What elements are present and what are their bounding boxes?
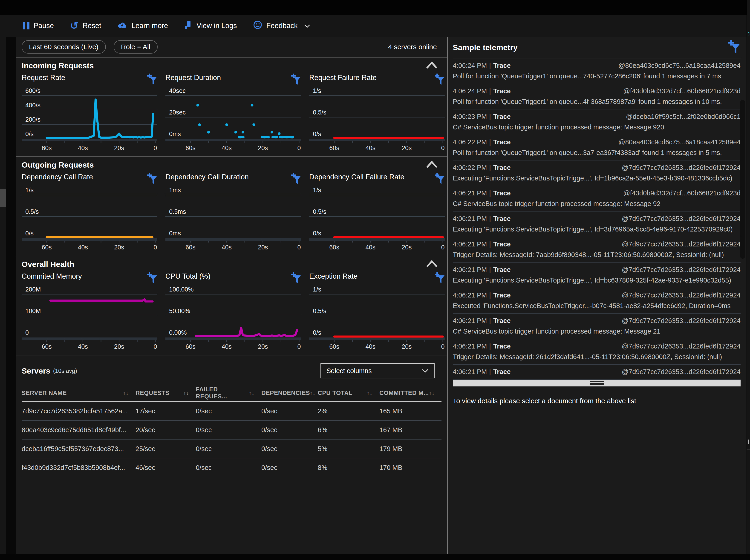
collapse-chevron-icon[interactable] — [426, 61, 441, 70]
view-in-logs-button[interactable]: View in Logs — [184, 20, 237, 31]
chart-title-row: Commited Memory — [22, 271, 157, 284]
telemetry-entry[interactable]: 4:06:24 PM|Trace @80ea403c9cd6c75...6a18… — [453, 58, 741, 84]
telemetry-splitter[interactable] — [453, 380, 741, 387]
telemetry-entry[interactable]: 4:06:24 PM|Trace @f43d0b9d332d7cf...60b6… — [453, 84, 741, 109]
filter-icon[interactable] — [434, 74, 445, 86]
filter-icon[interactable] — [291, 173, 301, 185]
collapse-chevron-icon[interactable] — [426, 260, 441, 268]
telemetry-time: 4:06:21 PM — [453, 189, 487, 197]
telemetry-entry[interactable]: 4:06:21 PM|Trace @7d9c77cc7d26353...d226… — [453, 365, 741, 379]
table-column-header[interactable]: FAILED REQUES...↑↓ — [196, 386, 261, 400]
svg-text:0.5/s: 0.5/s — [313, 308, 327, 314]
svg-text:1/s: 1/s — [313, 187, 321, 193]
telemetry-separator: | — [489, 87, 491, 95]
telemetry-time: 4:06:21 PM — [453, 368, 487, 375]
role-filter-pill[interactable]: Role = All — [114, 40, 158, 54]
telemetry-entry[interactable]: 4:06:21 PM|Trace @f43d0b9d332d7cf...60b6… — [453, 186, 741, 211]
svg-text:0: 0 — [441, 244, 445, 251]
sort-arrows-icon[interactable]: ↑↓ — [123, 390, 129, 396]
table-column-header[interactable]: REQUESTS↑↓ — [136, 390, 196, 397]
chart-title-row: Dependency Call Rate — [22, 171, 157, 185]
telemetry-entry[interactable]: 4:06:21 PM|Trace @7d9c77cc7d26353...d226… — [453, 211, 741, 237]
telemetry-type: Trace — [493, 291, 511, 299]
telemetry-entry[interactable]: 4:06:21 PM|Trace @7d9c77cc7d26353...d226… — [453, 237, 741, 263]
table-row[interactable]: f43d0b9d332d7cf5b83b5908b4ef...46/sec0/s… — [22, 458, 441, 477]
filter-icon[interactable] — [291, 272, 301, 285]
telemetry-meta-left: 4:06:24 PM|Trace — [453, 62, 511, 69]
svg-text:20s: 20s — [114, 244, 124, 251]
telemetry-scrollbar[interactable] — [740, 100, 745, 258]
telemetry-entry[interactable]: 4:06:21 PM|Trace @7d9c77cc7d26353...d226… — [453, 263, 741, 288]
page-left-scrollbar[interactable] — [0, 37, 6, 554]
scrollbar-thumb[interactable] — [0, 189, 6, 207]
telemetry-entry[interactable]: 4:06:21 PM|Trace @7d9c77cc7d26353...d226… — [453, 339, 741, 365]
sort-arrows-icon[interactable]: ↑↓ — [249, 390, 254, 396]
telemetry-time: 4:06:21 PM — [453, 266, 487, 273]
telemetry-time: 4:06:21 PM — [453, 291, 487, 299]
svg-text:0.5/s: 0.5/s — [25, 208, 39, 215]
table-column-header[interactable]: COMMITTED M...↑↓ — [379, 390, 441, 397]
sort-arrows-icon[interactable]: ↑↓ — [429, 390, 435, 396]
left-gutter — [6, 37, 16, 560]
servers-subtitle: (10s avg) — [53, 368, 77, 374]
chart-title: CPU Total (%) — [165, 272, 211, 281]
telemetry-entry[interactable]: 4:06:22 PM|Trace @80ea403c9cd6c75...6a18… — [453, 135, 741, 161]
svg-text:20s: 20s — [402, 343, 412, 350]
filter-icon[interactable] — [147, 272, 157, 285]
learn-more-button[interactable]: Learn more — [117, 21, 168, 30]
section-header: Outgoing Requests — [22, 158, 441, 171]
telemetry-header: Sample telemetry — [453, 37, 741, 58]
filter-icon[interactable] — [291, 74, 301, 86]
telemetry-message: Executed 'Functions.ServiceBusTopicTrigg… — [453, 300, 741, 311]
telemetry-entry[interactable]: 4:06:23 PM|Trace @dceba16ff59c5cf...2f02… — [453, 109, 741, 135]
svg-text:0.00%: 0.00% — [169, 329, 187, 336]
chart-title: Request Duration — [165, 74, 221, 82]
section-title: Overall Health — [22, 260, 74, 269]
chart-title-row: CPU Total (%) — [165, 271, 301, 284]
filter-icon[interactable] — [147, 173, 157, 185]
telemetry-entry[interactable]: 4:06:22 PM|Trace @7d9c77cc7d26353...d226… — [453, 161, 741, 186]
table-row[interactable]: 80ea403c9cd6c75dd651d8ef49bf...20/sec0/s… — [22, 421, 441, 439]
svg-text:40s: 40s — [366, 343, 376, 350]
chart-plot: 100.00%50.00%0.00%60s40s20s0 — [165, 284, 301, 351]
telemetry-server-id: @7d9c77cc7d26353...d226fed6f172924 — [622, 215, 741, 223]
clipped-text-bottom: IN — [748, 438, 750, 446]
chart-title-row: Request Rate — [22, 72, 157, 85]
smiley-icon — [253, 20, 262, 31]
sort-arrows-icon[interactable]: ↑↓ — [367, 390, 373, 396]
table-row[interactable]: dceba16ff59c5cf557367edec873...25/sec0/s… — [22, 439, 441, 458]
telemetry-time: 4:06:21 PM — [453, 241, 487, 248]
svg-text:60s: 60s — [329, 244, 339, 251]
telemetry-separator: | — [489, 164, 491, 171]
filter-icon[interactable] — [728, 40, 741, 55]
svg-text:0: 0 — [441, 145, 445, 151]
sort-arrows-icon[interactable]: ↑↓ — [310, 390, 315, 396]
filter-icon[interactable] — [147, 74, 157, 86]
filter-icon[interactable] — [434, 173, 445, 185]
table-column-header[interactable]: CPU TOTAL↑↓ — [318, 390, 379, 397]
pause-label: Pause — [34, 22, 54, 30]
svg-text:60s: 60s — [329, 145, 339, 151]
telemetry-server-id: @7d9c77cc7d26353...d226fed6f172924 — [622, 291, 741, 299]
svg-text:1/s: 1/s — [25, 187, 34, 193]
telemetry-entry[interactable]: 4:06:21 PM|Trace @7d9c77cc7d26353...d226… — [453, 288, 741, 314]
servers-table-header: SERVER NAME↑↓REQUESTS↑↓FAILED REQUES...↑… — [22, 385, 441, 402]
charts-row: Commited Memory 200M100M060s40s20s0 CPU … — [22, 271, 441, 352]
telemetry-separator: | — [489, 215, 491, 222]
time-range-pill[interactable]: Last 60 seconds (Live) — [22, 40, 106, 54]
table-row[interactable]: 7d9c77cc7d2635382bcfa517562a...17/sec0/s… — [22, 402, 441, 421]
svg-text:0: 0 — [297, 244, 301, 251]
select-columns-dropdown[interactable]: Select columns — [320, 363, 435, 378]
filter-icon[interactable] — [434, 272, 445, 285]
sort-arrows-icon[interactable]: ↑↓ — [183, 390, 189, 396]
table-column-header[interactable]: DEPENDENCIES↑↓ — [261, 390, 318, 397]
telemetry-entry[interactable]: 4:06:21 PM|Trace @7d9c77cc7d26353...d226… — [453, 314, 741, 339]
table-column-header[interactable]: SERVER NAME↑↓ — [22, 390, 136, 397]
reset-button[interactable]: ↺ Reset — [70, 22, 101, 30]
svg-text:100M: 100M — [25, 308, 41, 314]
feedback-menu-button[interactable]: Feedback — [253, 20, 310, 31]
svg-text:600/s: 600/s — [25, 87, 40, 94]
pause-button[interactable]: Pause — [23, 22, 54, 30]
collapse-chevron-icon[interactable] — [426, 161, 441, 169]
svg-text:1/s: 1/s — [313, 87, 321, 94]
